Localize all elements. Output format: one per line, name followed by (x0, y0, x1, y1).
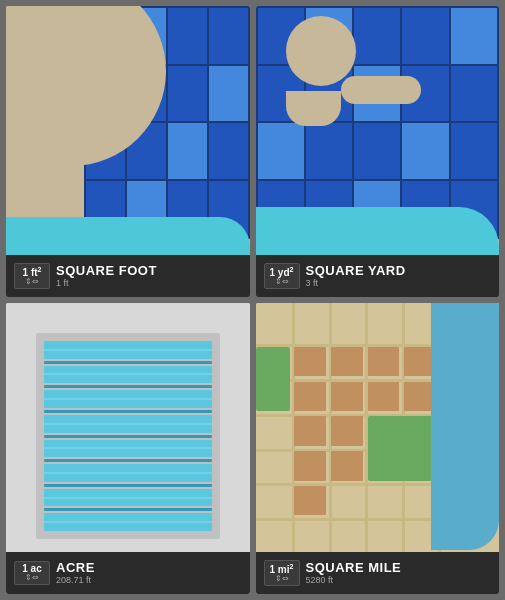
card-subtitle: 3 ft (306, 278, 406, 289)
unit-arrows: ⇕⇔ (25, 574, 39, 582)
map-water (431, 303, 499, 550)
label-bar-square-yard: 1 yd2 ⇕⇔ SQUARE YARD 3 ft (256, 255, 500, 297)
lane-divider (44, 435, 212, 438)
map-block (294, 486, 326, 515)
grid-cell (451, 123, 497, 179)
map-park (256, 347, 290, 411)
grid-cell (209, 66, 248, 122)
label-bar-square-mile: 1 mi2 ⇕⇔ SQUARE MILE 5280 ft (256, 552, 500, 594)
pool-lane (44, 489, 212, 507)
card-square-foot: 1 ft2 ⇕⇔ SQUARE FOOT 1 ft (6, 6, 250, 297)
figure-arm (341, 76, 421, 104)
lane-divider (44, 410, 212, 413)
map-block (368, 382, 400, 411)
unit-badge: 1 yd2 ⇕⇔ (264, 263, 300, 289)
lane-divider (44, 385, 212, 388)
lane-divider (44, 484, 212, 487)
grid-cell (306, 123, 352, 179)
card-subtitle: 208.71 ft (56, 575, 95, 586)
map-block (368, 347, 400, 376)
unit-arrows: ⇕⇔ (25, 278, 39, 286)
grid-cell (168, 66, 207, 122)
map-block (294, 451, 326, 480)
grid-cell (209, 8, 248, 64)
card-subtitle: 5280 ft (306, 575, 402, 586)
pool-lane (44, 415, 212, 433)
lane-divider (44, 508, 212, 511)
pool-lane (44, 341, 212, 359)
card-title: SQUARE MILE (306, 560, 402, 576)
pool-lane (44, 390, 212, 408)
grid-cell (354, 123, 400, 179)
unit-badge: 1 mi2 ⇕⇔ (264, 560, 300, 586)
grid-cell (354, 8, 400, 64)
figure-head (286, 16, 356, 86)
card-acre: 1 ac ⇕⇔ ACRE 208.71 ft (6, 303, 250, 594)
map-block (331, 382, 363, 411)
map-block (294, 416, 326, 445)
unit-arrows: ⇕⇔ (275, 575, 289, 583)
sq-yard-figure (286, 16, 356, 126)
lane-divider (44, 361, 212, 364)
cyan-strip (6, 247, 250, 255)
acre-pool (36, 333, 220, 539)
grid-cell (209, 123, 248, 179)
card-square-yard: 1 yd2 ⇕⇔ SQUARE YARD 3 ft (256, 6, 500, 297)
map-block (294, 382, 326, 411)
unit-badge: 1 ac ⇕⇔ (14, 561, 50, 585)
label-text: SQUARE MILE 5280 ft (306, 560, 402, 586)
map-park (368, 416, 436, 480)
card-square-mile: 1 mi2 ⇕⇔ SQUARE MILE 5280 ft (256, 303, 500, 594)
label-bar-square-foot: 1 ft2 ⇕⇔ SQUARE FOOT 1 ft (6, 255, 250, 297)
map-block (331, 347, 363, 376)
card-subtitle: 1 ft (56, 278, 157, 289)
grid-cell (168, 8, 207, 64)
label-text: ACRE 208.71 ft (56, 560, 95, 586)
unit-badge: 1 ft2 ⇕⇔ (14, 263, 50, 289)
label-bar-acre: 1 ac ⇕⇔ ACRE 208.71 ft (6, 552, 250, 594)
map-block (331, 416, 363, 445)
lane-divider (44, 459, 212, 462)
grid-cell (451, 66, 497, 122)
grid-cell (402, 123, 448, 179)
grid-cell (451, 8, 497, 64)
cyan-strip (256, 247, 500, 255)
pool-lane (44, 440, 212, 458)
grid-cell (402, 8, 448, 64)
pool-lane (44, 366, 212, 384)
pool-lane (44, 513, 212, 531)
unit-arrows: ⇕⇔ (275, 278, 289, 286)
card-title: SQUARE YARD (306, 263, 406, 279)
figure-body (286, 91, 341, 126)
card-title: SQUARE FOOT (56, 263, 157, 279)
label-text: SQUARE FOOT 1 ft (56, 263, 157, 289)
map-block (331, 451, 363, 480)
label-text: SQUARE YARD 3 ft (306, 263, 406, 289)
card-title: ACRE (56, 560, 95, 576)
grid-cell (168, 123, 207, 179)
pool-lane (44, 464, 212, 482)
map-block (294, 347, 326, 376)
grid-cell (258, 123, 304, 179)
